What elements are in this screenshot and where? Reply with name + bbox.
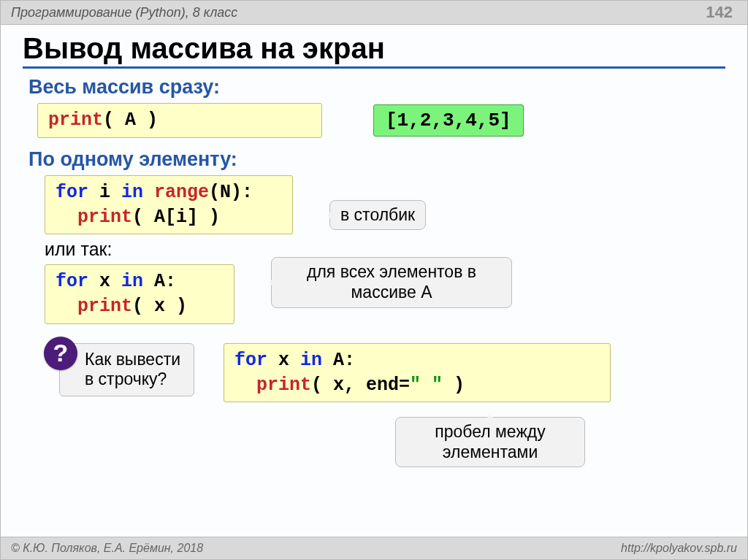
slide: Программирование (Python), 8 класс 142 В… <box>0 0 748 560</box>
header-strip: Программирование (Python), 8 класс <box>1 1 747 25</box>
code-print-end: for x in A: print( x, end=" " ) <box>224 343 611 403</box>
course-title: Программирование (Python), 8 класс <box>11 5 237 20</box>
content: Весь массив сразу: print( A ) [1,2,3,4,5… <box>23 76 725 467</box>
footer-right: http://kpolyakov.spb.ru <box>621 542 737 555</box>
question-callout: ? Как вывести в строчку? <box>59 343 194 396</box>
code-print-a: print( A ) <box>37 103 322 138</box>
page-number: 142 <box>706 3 733 22</box>
callout-for-all: для всех элементов в массиве A <box>271 257 512 307</box>
slide-title: Вывод массива на экран <box>23 32 725 65</box>
section-whole-heading: Весь массив сразу: <box>28 76 725 99</box>
output-array: [1,2,3,4,5] <box>373 104 524 137</box>
code-for-index: for i in range(N): print( A[i] ) <box>45 175 293 235</box>
question-mark-icon: ? <box>44 337 77 370</box>
footer-strip: © К.Ю. Поляков, Е.А. Ерёмин, 2018 http:/… <box>1 537 747 559</box>
footer-left: © К.Ю. Поляков, Е.А. Ерёмин, 2018 <box>11 542 203 555</box>
title-rule <box>23 66 725 69</box>
callout-space: пробел между элементами <box>395 417 585 467</box>
section-per-heading: По одному элементу: <box>28 148 725 171</box>
code-for-x: for x in A: print( x ) <box>45 264 234 324</box>
callout-column: в столбик <box>329 200 426 231</box>
